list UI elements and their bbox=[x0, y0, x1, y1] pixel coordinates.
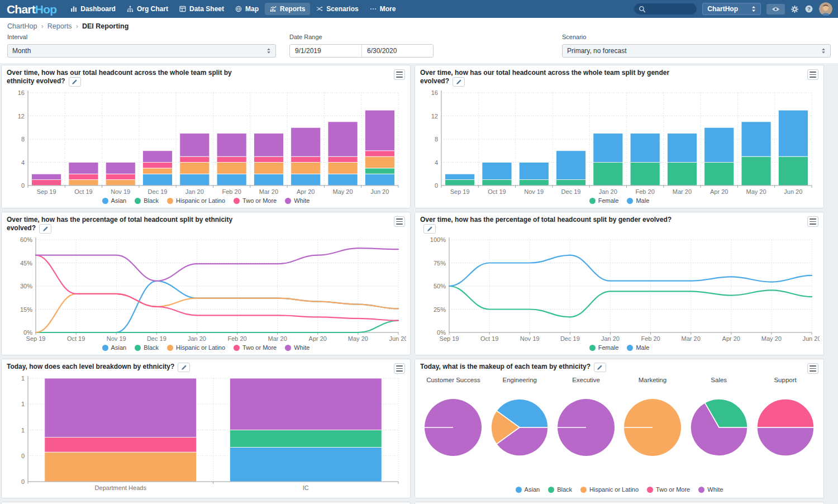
legend-item[interactable]: Female bbox=[589, 197, 619, 204]
gear-icon bbox=[791, 5, 799, 13]
charthop-logo[interactable]: ChartHop bbox=[7, 3, 56, 15]
help-icon: ? bbox=[804, 4, 813, 13]
chart-menu-button[interactable] bbox=[807, 363, 818, 374]
settings-button[interactable] bbox=[791, 5, 799, 13]
chart-legend: FemaleMale bbox=[420, 197, 818, 204]
search-icon bbox=[639, 6, 646, 13]
user-avatar[interactable] bbox=[819, 2, 832, 16]
gender-percent-chart[interactable]: 0%25%50%75%100%Sep 19Oct 19Nov 19Dec 19J… bbox=[420, 235, 820, 344]
date-end-input[interactable] bbox=[361, 45, 433, 57]
legend-label: Hispanic or Latino bbox=[589, 486, 639, 493]
breadcrumb-charthop[interactable]: ChartHop bbox=[7, 22, 37, 30]
interval-select[interactable]: Month bbox=[7, 44, 276, 58]
legend-item[interactable]: Two or More bbox=[234, 197, 277, 204]
svg-text:Jan 20: Jan 20 bbox=[185, 188, 204, 195]
legend-item[interactable]: Hispanic or Latino bbox=[167, 197, 225, 204]
legend-item[interactable]: White bbox=[698, 486, 723, 493]
chart-menu-button[interactable] bbox=[807, 69, 818, 80]
svg-text:Jun 20: Jun 20 bbox=[784, 188, 802, 195]
team-label: Support bbox=[774, 377, 796, 383]
legend-dot bbox=[627, 345, 633, 351]
team-pie[interactable]: Marketing bbox=[620, 377, 686, 457]
team-pies[interactable]: Customer SuccessEngineeringExecutiveMark… bbox=[420, 377, 818, 457]
legend-label: Male bbox=[636, 197, 649, 204]
nav-item-reports[interactable]: Reports bbox=[265, 3, 310, 15]
svg-text:May 20: May 20 bbox=[761, 335, 782, 342]
ethnicity-headcount-chart[interactable]: 0481216Sep 19Oct 19Nov 19Dec 19Jan 20Feb… bbox=[7, 88, 406, 197]
nav-item-data-sheet[interactable]: Data Sheet bbox=[174, 3, 229, 15]
legend-dot bbox=[589, 198, 596, 204]
legend-item[interactable]: Female bbox=[589, 344, 619, 351]
legend-item[interactable]: Black bbox=[548, 486, 572, 493]
ethnicity-percent-chart[interactable]: 0%15%30%45%60%Sep 19Oct 19Nov 19Dec 19Ja… bbox=[7, 235, 406, 344]
legend-item[interactable]: Hispanic or Latino bbox=[167, 344, 225, 351]
legend-dot bbox=[135, 198, 141, 204]
chart-menu-button[interactable] bbox=[394, 69, 405, 80]
chart-menu-button[interactable] bbox=[394, 216, 405, 227]
chart-menu-button[interactable] bbox=[394, 363, 405, 374]
date-start-input[interactable] bbox=[290, 45, 361, 57]
svg-text:Sep 19: Sep 19 bbox=[26, 335, 46, 342]
legend-item[interactable]: Male bbox=[627, 344, 649, 351]
select-updown-icon bbox=[266, 47, 271, 54]
nav-item-dashboard[interactable]: Dashboard bbox=[65, 3, 121, 15]
pencil-icon bbox=[181, 364, 187, 370]
help-button[interactable]: ? bbox=[804, 4, 813, 13]
team-pie[interactable]: Engineering bbox=[487, 377, 553, 457]
breadcrumb-separator: › bbox=[76, 22, 78, 30]
edit-chart-button[interactable] bbox=[69, 77, 81, 87]
pencil-icon bbox=[42, 226, 49, 232]
legend-dot bbox=[580, 487, 587, 493]
svg-text:Feb 20: Feb 20 bbox=[641, 335, 660, 342]
team-pie[interactable]: Executive bbox=[553, 377, 620, 457]
svg-text:Mar 20: Mar 20 bbox=[682, 335, 701, 342]
legend-dot bbox=[102, 198, 108, 204]
edit-chart-button[interactable] bbox=[39, 224, 51, 234]
legend-item[interactable]: White bbox=[285, 344, 310, 351]
svg-text:60%: 60% bbox=[20, 236, 32, 243]
edit-chart-button[interactable] bbox=[594, 363, 606, 372]
edit-chart-button[interactable] bbox=[453, 77, 465, 87]
legend-item[interactable]: Asian bbox=[516, 486, 540, 493]
team-pie[interactable]: Customer Success bbox=[420, 377, 487, 457]
svg-text:Nov 19: Nov 19 bbox=[111, 188, 130, 195]
legend-item[interactable]: White bbox=[285, 197, 310, 204]
legend-item[interactable]: Black bbox=[135, 197, 159, 204]
legend-item[interactable]: Two or More bbox=[647, 486, 690, 493]
view-mode-button[interactable] bbox=[766, 4, 785, 15]
pie-chart bbox=[490, 398, 549, 457]
legend-label: Black bbox=[144, 197, 159, 204]
nav-item-more[interactable]: More bbox=[365, 3, 401, 15]
chart-menu-button[interactable] bbox=[807, 216, 818, 227]
legend-item[interactable]: Male bbox=[627, 197, 649, 204]
svg-text:30%: 30% bbox=[20, 283, 32, 289]
nav-item-scenarios[interactable]: Scenarios bbox=[311, 3, 363, 15]
svg-text:Sep 19: Sep 19 bbox=[450, 188, 470, 195]
workspace-selector[interactable]: ChartHop bbox=[702, 3, 761, 15]
svg-text:Oct 19: Oct 19 bbox=[488, 188, 506, 195]
level-breakdown-chart[interactable]: 00111Department HeadsIC bbox=[7, 373, 406, 493]
svg-text:Feb 20: Feb 20 bbox=[636, 188, 655, 195]
legend-item[interactable]: Asian bbox=[102, 197, 127, 204]
svg-text:100%: 100% bbox=[430, 236, 446, 243]
team-pie[interactable]: Sales bbox=[685, 377, 752, 457]
search-input[interactable] bbox=[634, 3, 697, 15]
legend-item[interactable]: Asian bbox=[102, 344, 127, 351]
edit-chart-button[interactable] bbox=[178, 363, 190, 372]
scenario-select[interactable]: Primary, no forecast bbox=[562, 44, 831, 58]
edit-chart-button[interactable] bbox=[423, 224, 436, 234]
legend-dot bbox=[516, 487, 522, 493]
legend-item[interactable]: Hispanic or Latino bbox=[580, 486, 639, 493]
legend-item[interactable]: Two or More bbox=[234, 344, 277, 351]
breadcrumb: ChartHop › Reports › DEI Reporting bbox=[0, 18, 838, 31]
nav-item-map[interactable]: Map bbox=[230, 3, 264, 15]
svg-text:Jan 20: Jan 20 bbox=[599, 188, 617, 195]
nav-item-org-chart[interactable]: Org Chart bbox=[122, 3, 173, 15]
team-pie[interactable]: Support bbox=[752, 377, 818, 457]
legend-item[interactable]: Black bbox=[135, 344, 159, 351]
breadcrumb-reports[interactable]: Reports bbox=[47, 22, 72, 30]
legend-label: White bbox=[294, 344, 310, 351]
legend-label: Asian bbox=[111, 344, 127, 351]
gender-headcount-chart[interactable]: 0481216Sep 19Oct 19Nov 19Dec 19Jan 20Feb… bbox=[420, 88, 820, 197]
svg-text:15%: 15% bbox=[20, 306, 32, 313]
